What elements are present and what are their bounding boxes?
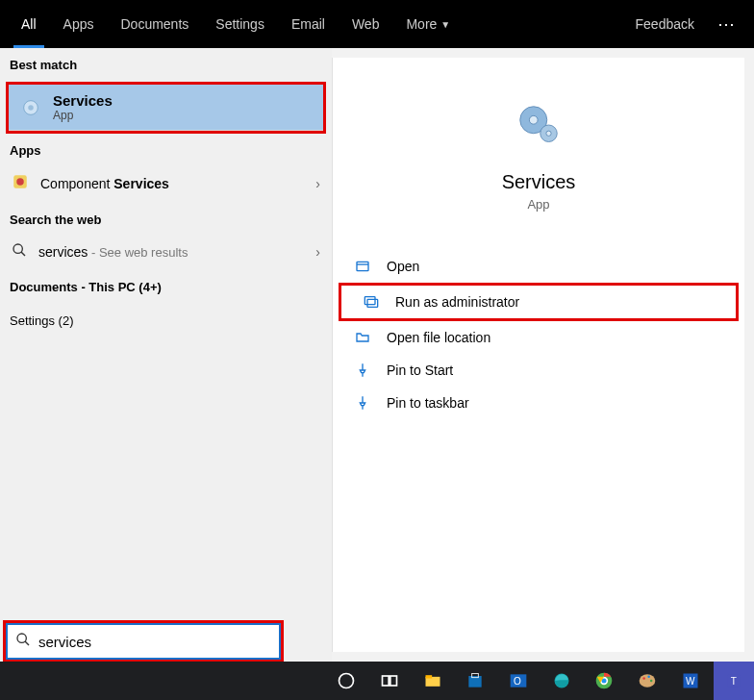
folder-icon [354,329,371,346]
best-match-sub: App [53,109,113,122]
svg-rect-20 [390,676,397,686]
svg-rect-12 [364,297,375,305]
web-result-services[interactable]: services - See web results › [0,233,332,270]
taskbar-app-store[interactable] [456,662,495,700]
chevron-down-icon: ▼ [440,19,450,30]
action-pin-taskbar-label: Pin to taskbar [387,395,469,411]
action-pin-start[interactable]: Pin to Start [333,354,744,387]
feedback-link[interactable]: Feedback [622,0,708,48]
settings-header[interactable]: Settings (2) [0,300,332,334]
web-result-label: services - See web results [38,244,304,260]
action-open-location-label: Open file location [387,330,490,345]
svg-point-31 [640,674,656,687]
svg-point-9 [546,131,551,136]
svg-text:T: T [731,676,737,687]
taskbar-app-word[interactable]: W [670,662,710,700]
action-open-location[interactable]: Open file location [333,321,744,354]
svg-point-32 [642,677,645,680]
cortana-circle-icon[interactable] [327,662,366,700]
svg-point-34 [650,680,653,683]
search-results-panel: Best match Services App Apps Component S… [0,48,754,662]
svg-line-5 [21,252,25,256]
taskbar-app-paint[interactable] [628,662,667,700]
taskbar-app-explorer[interactable] [413,662,452,700]
tab-more[interactable]: More ▼ [392,0,464,48]
detail-sub: App [333,197,744,212]
search-input[interactable] [38,634,271,650]
tab-more-label: More [406,16,437,32]
component-services-icon [12,173,29,193]
open-icon [354,258,371,275]
svg-point-18 [339,674,354,688]
apps-result-component-services[interactable]: Component Services › [0,163,332,203]
best-match-title: Services [53,92,113,109]
result-detail-pane: Services App Open Run as administrator O… [332,58,744,652]
svg-point-7 [529,115,538,124]
best-match-item[interactable]: Services App [9,85,323,131]
tab-settings[interactable]: Settings [202,0,278,48]
svg-rect-19 [383,676,390,686]
chevron-right-icon: › [315,244,320,260]
pin-icon [354,362,371,379]
task-view-icon[interactable] [370,662,410,700]
tab-web[interactable]: Web [339,0,393,48]
action-pin-taskbar[interactable]: Pin to taskbar [333,387,744,419]
svg-text:W: W [686,676,695,687]
svg-rect-13 [367,299,378,307]
chevron-right-icon: › [315,176,320,191]
pin-icon [354,394,371,412]
svg-point-16 [17,634,26,642]
tab-email[interactable]: Email [278,0,339,48]
taskbar: O W T [0,662,754,700]
action-run-admin[interactable]: Run as administrator [341,286,736,318]
search-icon [15,632,31,651]
search-web-header: Search the web [0,203,332,233]
services-gear-icon-large [510,96,567,154]
services-gear-icon [20,97,41,118]
taskbar-app-edge[interactable] [541,662,581,700]
action-pin-start-label: Pin to Start [387,362,453,378]
best-match-header: Best match [0,48,332,78]
apps-header: Apps [0,134,332,163]
action-open[interactable]: Open [333,250,744,283]
action-run-admin-label: Run as administrator [395,294,519,310]
shield-icon [363,293,380,311]
svg-text:O: O [514,676,521,687]
taskbar-app-outlook[interactable]: O [499,662,539,700]
apps-result-label: Component Services [40,176,304,191]
highlight-run-admin: Run as administrator [339,283,739,321]
tab-apps[interactable]: Apps [50,0,108,48]
more-options-icon[interactable]: ⋯ [708,13,746,35]
action-open-label: Open [387,259,419,274]
results-list: Best match Services App Apps Component S… [0,48,332,662]
svg-rect-10 [357,262,368,270]
search-icon [12,242,27,261]
taskbar-app-teams[interactable]: T [714,662,754,700]
svg-point-33 [647,676,650,679]
search-filter-tabs: All Apps Documents Settings Email Web Mo… [0,0,754,48]
svg-point-4 [13,244,22,253]
highlight-best-match: Services App [6,82,326,134]
best-match-texts: Services App [53,92,113,122]
svg-rect-22 [425,675,432,678]
svg-point-3 [16,178,24,186]
tab-documents[interactable]: Documents [107,0,202,48]
tab-all[interactable]: All [8,0,50,48]
svg-point-1 [28,105,34,111]
detail-title: Services [333,171,744,193]
svg-line-17 [25,641,29,645]
taskbar-app-chrome[interactable] [585,662,624,700]
documents-header[interactable]: Documents - This PC (4+) [0,270,332,300]
search-box[interactable] [6,623,281,660]
